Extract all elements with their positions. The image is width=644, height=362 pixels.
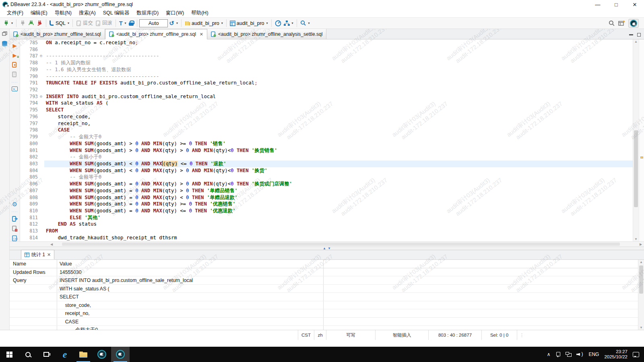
sql-console-icon[interactable]: >_ — [12, 86, 18, 91]
rollback-button[interactable]: 回滚 — [94, 19, 114, 27]
export-result-icon[interactable] — [12, 216, 18, 222]
transaction-filter-button[interactable]: T ▾ — [118, 20, 128, 27]
panel-vertical-scrollbar[interactable]: ▲ ▼ — [638, 260, 644, 330]
execute-script-icon[interactable] — [12, 62, 18, 68]
window-minimize-button[interactable]: — — [588, 0, 607, 9]
execute-new-tab-icon[interactable]: ▶+ — [13, 52, 17, 58]
editor-tab-2[interactable]: <audit_bi_pro> zhumr_offline_pre.sql✕ — [105, 29, 207, 39]
transaction-lock-button[interactable] — [128, 20, 135, 27]
dashboard-button[interactable] — [274, 19, 283, 27]
stats-row-5[interactable]: store_code, — [10, 301, 644, 310]
usb-icon[interactable] — [555, 352, 560, 357]
doc-error-icon[interactable] — [12, 226, 18, 232]
editor-tab-1[interactable]: <audit_bi_pro> zhumr_offline_test.sql — [10, 29, 105, 39]
scroll-up-icon[interactable]: ▲ — [633, 40, 639, 43]
scrollbar-thumb[interactable] — [634, 130, 638, 207]
scroll-down-icon[interactable]: ▼ — [638, 326, 644, 329]
clock[interactable]: 23:27 2025/10/22 — [604, 349, 627, 360]
stats-row-3[interactable]: WITH sale_status AS ( — [10, 285, 644, 293]
tab-close-icon[interactable]: ✕ — [47, 252, 51, 257]
maximize-view-icon[interactable] — [637, 33, 641, 37]
window-close-button[interactable]: ✕ — [625, 0, 644, 9]
volume-icon[interactable] — [577, 352, 583, 357]
tray-expand-icon[interactable]: ∧ — [547, 352, 551, 357]
dbeaver-taskbar-button[interactable] — [93, 347, 111, 362]
editor-tab-3[interactable]: <audit_bi_pro> zhumr_offline_analysis_se… — [207, 29, 326, 39]
stats-tab[interactable]: 统计 1 ✕ — [21, 250, 54, 259]
commit-mode-select[interactable]: Auto — [139, 19, 168, 27]
task-view-icon — [43, 352, 49, 357]
menu-item-8[interactable]: 帮助(H) — [188, 9, 212, 17]
search-menu-button[interactable]: ▾ — [299, 19, 311, 27]
line-number: 802 — [20, 154, 38, 160]
menu-item-2[interactable]: 编辑(E) — [27, 9, 51, 17]
dbeaver-active-taskbar-button[interactable] — [111, 347, 130, 362]
minimize-view-icon[interactable] — [629, 34, 633, 35]
notification-center-icon[interactable] — [633, 352, 639, 357]
menu-item-7[interactable]: 窗口(W) — [162, 9, 188, 17]
scroll-left-icon[interactable]: ◀ — [48, 243, 55, 246]
connection-selector[interactable]: audit_bi_pro ▾ — [184, 20, 224, 27]
menu-item-5[interactable]: SQL 编辑器 — [99, 9, 133, 17]
menu-item-1[interactable]: 文件(F) — [3, 9, 27, 17]
dbeaver-perspective-button[interactable] — [628, 19, 639, 28]
disconnect-button[interactable] — [35, 19, 44, 27]
editor-vertical-scrollbar[interactable]: ▲ ▼ — [633, 39, 639, 241]
stats-row-1[interactable]: Updated Rows14555030 — [10, 268, 644, 277]
code-area[interactable]: 785ON a.receipt_no = c.receipt_no;786787… — [20, 39, 633, 241]
menu-item-3[interactable]: 导航(N) — [51, 9, 75, 17]
stats-row-8[interactable]: -- 金额大于0 — [10, 326, 644, 330]
language-indicator[interactable]: ENG — [588, 352, 599, 357]
sql-editor-type-button[interactable]: SQL ▾ — [48, 20, 70, 27]
status-cell-2[interactable]: zh — [314, 330, 326, 340]
tab-close-icon[interactable]: ✕ — [200, 32, 203, 37]
restore-panel-icon[interactable] — [2, 31, 7, 36]
status-cell-5[interactable]: 803 : 40 : 26877 — [429, 330, 482, 340]
reconnect-button[interactable] — [27, 19, 35, 27]
transaction-log-button[interactable]: ↺ ▾ — [168, 20, 179, 27]
stats-row-6[interactable]: receipt_no, — [10, 309, 644, 318]
panel-sash[interactable]: ▲ ▼ — [10, 247, 644, 250]
settings-gear-icon[interactable]: ⚙ — [12, 202, 17, 207]
quick-search-button[interactable] — [609, 20, 615, 27]
task-view-button[interactable] — [37, 347, 56, 362]
explain-plan-icon[interactable] — [12, 72, 18, 78]
stats-row-2[interactable]: QueryINSERT INTO audit_bi_pro.custom_off… — [10, 276, 644, 285]
fold-marker-icon[interactable]: ⊖ — [38, 53, 44, 60]
status-cell-1[interactable]: CST — [298, 330, 314, 340]
doc-braces-icon[interactable]: (x) — [12, 235, 18, 241]
menu-item-6[interactable]: 数据库(D) — [133, 9, 162, 17]
open-perspective-button[interactable] — [618, 20, 625, 26]
new-connection-button[interactable]: ▾ — [2, 19, 14, 27]
scrollbar-thumb[interactable] — [62, 243, 620, 246]
commit-structure-button[interactable]: ▾ — [283, 20, 295, 27]
execute-statement-icon[interactable]: ▶ — [13, 43, 17, 49]
start-button[interactable] — [0, 347, 19, 362]
connect-button[interactable] — [19, 19, 27, 27]
editor-horizontal-scrollbar[interactable]: ◀ ▶ — [10, 241, 644, 247]
scroll-up-icon[interactable]: ▲ — [638, 260, 644, 264]
status-cell-6[interactable]: Sel: 0 | 0 — [482, 330, 517, 340]
internet-explorer-button[interactable]: e — [56, 347, 74, 362]
fold-marker-icon[interactable]: ⊖ — [38, 93, 44, 100]
stats-row-7[interactable]: CASE — [10, 318, 644, 326]
scroll-down-icon[interactable]: ▼ — [633, 237, 639, 241]
stats-row-4[interactable]: SELECT — [10, 293, 644, 301]
network-icon[interactable] — [566, 352, 572, 357]
status-cell-4[interactable]: 智能插入 — [376, 330, 429, 340]
status-cell-3[interactable]: 可写 — [326, 330, 376, 340]
taskbar-search-button[interactable] — [19, 347, 37, 362]
sash-collapse-down-icon[interactable]: ▼ — [328, 247, 331, 250]
scroll-right-icon[interactable]: ▶ — [638, 243, 644, 246]
scrollbar-thumb[interactable] — [639, 265, 643, 294]
column-header-name[interactable]: Name — [10, 260, 57, 268]
schema-selector[interactable]: audit_bi_pro ▾ — [229, 20, 269, 27]
commit-button[interactable]: 提交 — [75, 19, 94, 27]
sash-collapse-up-icon[interactable]: ▲ — [323, 247, 326, 250]
database-navigator-icon[interactable] — [1, 41, 8, 47]
column-header-value[interactable]: Value — [57, 260, 324, 268]
window-maximize-button[interactable]: □ — [607, 0, 625, 9]
beaver-icon — [97, 350, 106, 359]
menu-item-4[interactable]: 搜索(A) — [75, 9, 99, 17]
file-explorer-button[interactable] — [74, 347, 93, 362]
